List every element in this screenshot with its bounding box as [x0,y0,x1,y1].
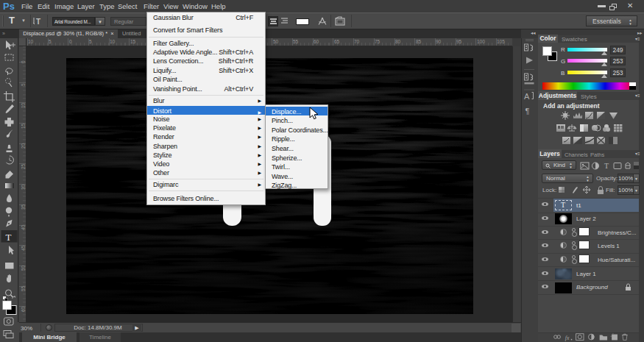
svg-text:T: T [36,18,40,26]
svg-text:T: T [6,232,12,243]
svg-text:A: A [524,92,530,101]
svg-text:fx: fx [565,335,570,341]
svg-text:T: T [604,162,609,170]
svg-text:¶: ¶ [526,107,530,115]
